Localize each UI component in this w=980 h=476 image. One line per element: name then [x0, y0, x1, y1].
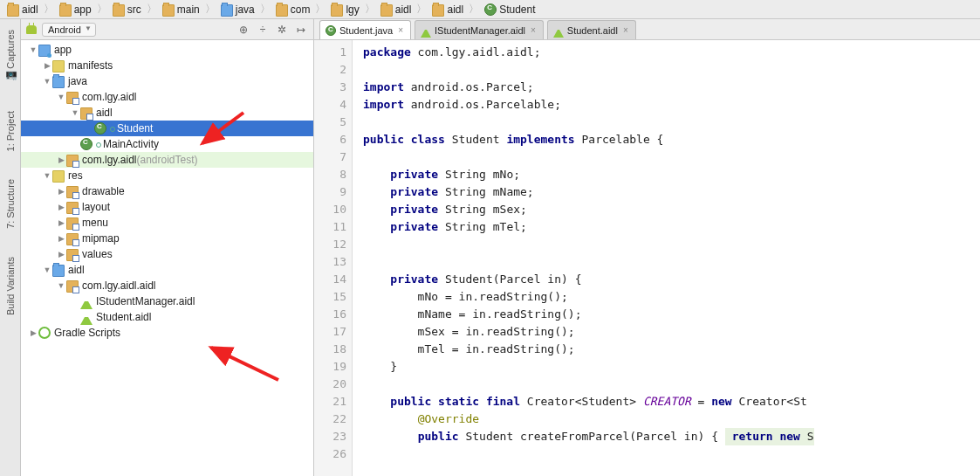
expand-arrow-icon[interactable]: ▼: [70, 108, 80, 117]
tree-node[interactable]: ▶Student.aidl: [21, 309, 313, 325]
line-number: 13: [314, 253, 346, 271]
close-icon[interactable]: ×: [529, 25, 538, 35]
expand-arrow-icon[interactable]: ▼: [56, 281, 66, 290]
tree-node[interactable]: ▶values: [21, 246, 313, 262]
breadcrumb-item[interactable]: java: [217, 3, 258, 16]
breadcrumb-sep: 〉: [313, 2, 327, 17]
expand-arrow-icon[interactable]: ▶: [56, 250, 66, 259]
project-header: Android ⊕ ÷ ✲ ↦: [21, 19, 313, 40]
code-line[interactable]: @Override: [363, 410, 980, 428]
expand-arrow-icon[interactable]: ▶: [28, 328, 38, 337]
tree-node[interactable]: ▼app: [21, 42, 313, 58]
breadcrumb-item[interactable]: lgy: [327, 3, 362, 16]
code-line[interactable]: public Student createFromParcel(Parcel i…: [363, 428, 980, 445]
breadcrumb-item[interactable]: Student: [481, 3, 538, 16]
breadcrumb-sep: 〉: [95, 2, 109, 17]
line-number: 5: [314, 114, 346, 131]
expand-arrow-icon[interactable]: ▶: [56, 234, 66, 243]
expand-arrow-icon[interactable]: ▼: [42, 266, 52, 274]
tree-node[interactable]: ▼com.lgy.aidl: [21, 89, 313, 105]
source-text[interactable]: package com.lgy.aidl.aidl;import android…: [353, 40, 980, 476]
link-icon: [96, 142, 101, 148]
code-line[interactable]: mNo = in.readString();: [363, 288, 980, 306]
tree-node[interactable]: ▶MainActivity: [21, 136, 313, 152]
code-line[interactable]: package com.lgy.aidl.aidl;: [363, 44, 980, 61]
code-line[interactable]: import android.os.Parcel;: [363, 79, 980, 96]
expand-arrow-icon[interactable]: ▶: [56, 203, 66, 211]
expand-arrow-icon[interactable]: ▼: [42, 77, 52, 86]
tree-node[interactable]: ▶Gradle Scripts: [21, 325, 313, 341]
code-line[interactable]: [363, 253, 980, 271]
code-line[interactable]: private String mName;: [363, 183, 980, 201]
tree-node[interactable]: ▶manifests: [21, 58, 313, 73]
code-line[interactable]: [363, 114, 980, 131]
breadcrumb-item[interactable]: com: [272, 3, 314, 16]
expand-arrow-icon[interactable]: ▶: [56, 218, 66, 227]
expand-arrow-icon[interactable]: ▶: [56, 155, 66, 164]
breadcrumb-sep: 〉: [145, 2, 159, 17]
rail-project[interactable]: 1: Project: [5, 107, 16, 155]
tree-node[interactable]: ▼aidl: [21, 105, 313, 121]
line-number: 22: [314, 410, 346, 428]
editor-panel: Student.java×IStudentManager.aidl×Studen…: [314, 19, 980, 476]
code-line[interactable]: private String mSex;: [363, 201, 980, 218]
tree-node[interactable]: ▶layout: [21, 199, 313, 215]
expand-arrow-icon[interactable]: ▼: [56, 93, 66, 101]
expand-arrow-icon[interactable]: ▶: [56, 187, 66, 196]
code-area[interactable]: 123456789101112131415161718192021222326 …: [314, 40, 980, 476]
code-line[interactable]: [363, 148, 980, 166]
tree-node[interactable]: ▶mipmap: [21, 231, 313, 246]
close-icon[interactable]: ×: [396, 25, 405, 35]
line-number: 11: [314, 218, 346, 236]
project-tree[interactable]: ▼app▶manifests▼java▼com.lgy.aidl▼aidl▶St…: [21, 40, 313, 476]
code-line[interactable]: }: [363, 358, 980, 376]
tree-node[interactable]: ▶IStudentManager.aidl: [21, 293, 313, 309]
code-line[interactable]: mName = in.readString();: [363, 306, 980, 323]
breadcrumb-item[interactable]: aidl: [377, 3, 415, 16]
tree-label: menu: [82, 217, 108, 229]
close-icon[interactable]: ×: [621, 25, 630, 35]
rail-build-variants[interactable]: Build Variants: [5, 253, 16, 319]
tree-node[interactable]: ▼java: [21, 73, 313, 89]
breadcrumb-item[interactable]: app: [56, 3, 95, 16]
breadcrumb-item[interactable]: aidl: [3, 3, 42, 16]
tree-node[interactable]: ▶drawable: [21, 183, 313, 199]
tree-node[interactable]: ▶com.lgy.aidl (androidTest): [21, 152, 313, 168]
tree-node[interactable]: ▶Student: [21, 121, 313, 136]
rail-structure[interactable]: 7: Structure: [5, 176, 16, 232]
breadcrumb-item[interactable]: main: [159, 3, 203, 16]
hide-icon[interactable]: ↦: [294, 23, 308, 37]
expand-arrow-icon[interactable]: ▶: [42, 61, 52, 70]
tree-node[interactable]: ▶menu: [21, 215, 313, 231]
code-line[interactable]: private String mTel;: [363, 218, 980, 236]
code-line[interactable]: private Student(Parcel in) {: [363, 271, 980, 288]
tree-node[interactable]: ▼com.lgy.aidl.aidl: [21, 278, 313, 293]
code-line[interactable]: [363, 236, 980, 253]
collapse-all-icon[interactable]: ⊕: [236, 23, 250, 37]
breadcrumb-sep: 〉: [415, 2, 428, 17]
code-line[interactable]: [363, 376, 980, 393]
code-line[interactable]: private String mNo;: [363, 166, 980, 183]
editor-tab[interactable]: IStudentManager.aidl×: [415, 20, 544, 39]
code-line[interactable]: public static final Creator<Student> CRE…: [363, 393, 980, 410]
line-number: 8: [314, 166, 346, 183]
code-line[interactable]: mSex = in.readString();: [363, 323, 980, 341]
target-icon[interactable]: ÷: [256, 23, 270, 37]
code-line[interactable]: [363, 445, 980, 463]
expand-arrow-icon[interactable]: ▼: [42, 171, 52, 180]
pkg-icon: [66, 249, 79, 261]
settings-icon[interactable]: ✲: [275, 23, 289, 37]
tree-node[interactable]: ▼res: [21, 168, 313, 183]
expand-arrow-icon[interactable]: ▼: [28, 45, 38, 54]
tree-node[interactable]: ▼aidl: [21, 262, 313, 278]
breadcrumb-item[interactable]: src: [109, 3, 145, 16]
breadcrumb-item[interactable]: aidl: [428, 3, 467, 16]
editor-tab[interactable]: Student.aidl×: [547, 20, 636, 39]
editor-tab[interactable]: Student.java×: [319, 20, 411, 39]
variant-combo[interactable]: Android: [42, 23, 96, 37]
code-line[interactable]: mTel = in.readString();: [363, 341, 980, 358]
rail-captures[interactable]: 📷 Captures: [4, 26, 16, 86]
code-line[interactable]: public class Student implements Parcelab…: [363, 131, 980, 148]
code-line[interactable]: [363, 61, 980, 79]
code-line[interactable]: import android.os.Parcelable;: [363, 96, 980, 114]
